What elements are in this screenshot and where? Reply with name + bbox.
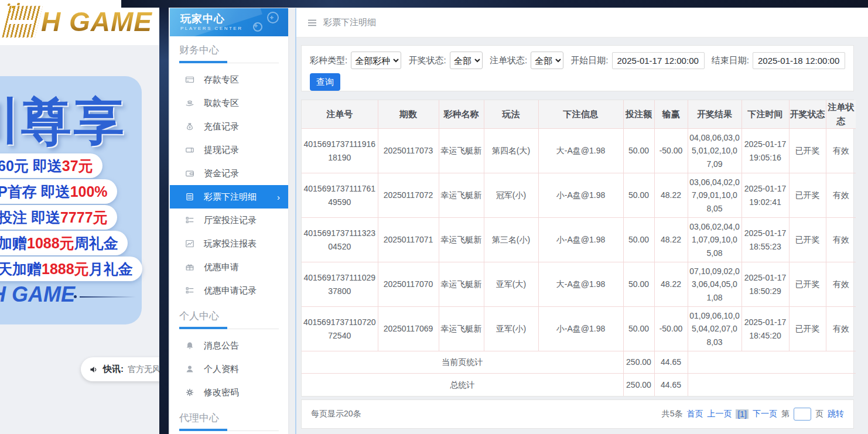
sidebar-item-recharge-record[interactable]: 充值记录 <box>170 115 288 138</box>
ticker-label: 快讯: <box>103 364 124 375</box>
col-period: 期数 <box>378 100 439 129</box>
player-center-sidebar: 玩家中心 PLAYERS CENTER 财务中心 存款专区 取款专区 充值记录 … <box>170 8 288 434</box>
query-button[interactable]: 查询 <box>310 73 340 91</box>
sidebar-item-fund-record[interactable]: 资金记录 <box>170 162 288 185</box>
col-bet-id: 注单号 <box>302 100 378 129</box>
sidebar-item-withdraw[interactable]: 取款专区 <box>170 91 288 115</box>
sidebar-subtitle: PLAYERS CENTER <box>180 26 288 31</box>
content-left-accent <box>295 8 296 434</box>
promo-pill: 投注 即送7777元 <box>0 205 117 230</box>
promo-pane: H GAME 川尊享 60元 即送37元 P首存 即送100% 投注 即送777… <box>0 0 159 434</box>
filter-bar: 彩种类型: 全部彩种 开奖状态: 全部 注单状态: 全部 开始日期: 结束日期:… <box>301 45 854 91</box>
section-underline <box>179 329 279 329</box>
hamburger-menu-icon[interactable] <box>307 18 317 28</box>
page-number-input[interactable] <box>794 408 811 421</box>
list-icon <box>185 286 194 295</box>
table-row: 40156917371119161819020250117073幸运飞艇新第四名… <box>302 129 856 173</box>
promo-pill: 天加赠1888元月礼金 <box>0 257 142 281</box>
jump-link[interactable]: 跳转 <box>828 409 844 419</box>
ticket-icon <box>185 145 194 155</box>
draw-status-label: 开奖状态: <box>408 55 446 66</box>
table-row: 40156917371113230452020250117071幸运飞艇新第三名… <box>302 218 856 262</box>
order-status-label: 注单状态: <box>490 55 527 66</box>
total-summary-winloss: 44.65 <box>654 374 688 396</box>
sidebar-item-deposit[interactable]: 存款专区 <box>170 68 288 91</box>
ticker-text: 官方无风 <box>128 364 160 375</box>
sidebar-item-profile[interactable]: 个人资料 <box>170 357 288 381</box>
sidebar-header: 玩家中心 PLAYERS CENTER <box>170 8 288 36</box>
sidebar-item-hall-bet-record[interactable]: 厅室投注记录 <box>170 209 288 232</box>
promo-title-clipped: 川 <box>0 93 21 149</box>
section-agent: 代理中心 <box>170 404 288 431</box>
draw-status-select[interactable]: 全部 <box>450 52 483 69</box>
page-summary-winloss: 44.65 <box>654 351 688 374</box>
col-bet-amount: 投注额 <box>623 100 654 129</box>
current-page-indicator: [1] <box>736 409 749 419</box>
sidebar-title: 玩家中心 <box>180 12 288 26</box>
list-icon <box>185 216 194 225</box>
person-icon <box>185 364 194 374</box>
promo-footer-dot <box>74 295 77 298</box>
sidebar-item-withdraw-record[interactable]: 提现记录 <box>170 138 288 162</box>
order-status-select[interactable]: 全部 <box>531 52 563 69</box>
section-agent-title: 代理中心 <box>179 411 279 425</box>
section-finance: 财务中心 <box>170 36 288 63</box>
next-page-link[interactable]: 下一页 <box>753 409 777 419</box>
section-personal: 个人中心 <box>170 302 288 329</box>
sidebar-item-lottery-bet-detail[interactable]: 彩票下注明细 › <box>170 185 288 209</box>
section-personal-title: 个人中心 <box>179 309 279 323</box>
page-summary-row: 当前页统计 250.00 44.65 <box>302 351 856 374</box>
start-date-input[interactable] <box>612 52 705 69</box>
personal-menu: 消息公告 个人资料 修改密码 <box>170 334 288 404</box>
col-draw-status: 开奖状态 <box>789 100 826 129</box>
promo-footer-line <box>80 296 136 298</box>
chevron-right-icon: › <box>277 192 280 202</box>
start-date-label: 开始日期: <box>570 55 608 66</box>
promo-title: 川尊享 <box>0 88 127 156</box>
lottery-type-select[interactable]: 全部彩种 <box>351 52 401 69</box>
money-bag-icon <box>185 122 194 131</box>
col-draw-result: 开奖结果 <box>688 100 741 129</box>
per-page-info: 每页显示20条 <box>311 409 361 419</box>
bell-icon <box>185 341 194 350</box>
page-title: 彩票下注明细 <box>323 17 376 28</box>
end-date-input[interactable] <box>753 52 845 69</box>
chart-icon <box>185 239 194 248</box>
sidebar-item-player-bet-report[interactable]: 玩家投注报表 <box>170 232 288 255</box>
prev-page-link[interactable]: 上一页 <box>707 409 732 419</box>
end-date-label: 结束日期: <box>712 55 749 66</box>
table-row: 40156917371110293780020250117070幸运飞艇新亚军(… <box>302 262 856 307</box>
finance-menu: 存款专区 取款专区 充值记录 提现记录 资金记录 彩票下注明细 › <box>170 68 288 302</box>
total-summary-bet: 250.00 <box>623 374 654 396</box>
promo-title-text: 尊享 <box>21 93 127 149</box>
sidebar-item-promo-apply-record[interactable]: 优惠申请记录 <box>170 279 288 302</box>
sidebar-item-announcements[interactable]: 消息公告 <box>170 334 288 357</box>
promo-pill: 加赠1088元周礼金 <box>0 231 128 255</box>
total-count: 共5条 <box>662 409 683 419</box>
page-summary-label: 当前页统计 <box>302 351 623 374</box>
bet-table-card: 注单号 期数 彩种名称 玩法 下注信息 投注额 输赢 开奖结果 下注时间 开奖状… <box>301 100 854 397</box>
first-page-link[interactable]: 首页 <box>686 409 703 419</box>
logo-stripes-icon <box>2 6 42 37</box>
page-jump-suffix: 页 <box>815 409 823 419</box>
page-summary-bet: 250.00 <box>623 351 654 374</box>
section-underline <box>179 63 279 63</box>
promo-footer-logo: H GAME <box>0 282 75 307</box>
speaker-icon <box>89 365 99 374</box>
total-summary-row: 总统计 250.00 44.65 <box>302 374 856 396</box>
section-finance-title: 财务中心 <box>179 43 279 57</box>
bet-table: 注单号 期数 彩种名称 玩法 下注信息 投注额 输赢 开奖结果 下注时间 开奖状… <box>302 100 856 396</box>
sidebar-item-change-password[interactable]: 修改密码 <box>170 381 288 404</box>
col-winloss: 输赢 <box>654 100 688 129</box>
lottery-type-label: 彩种类型: <box>310 55 347 66</box>
col-bet-time: 下注时间 <box>741 100 789 129</box>
bank-card-icon <box>185 75 194 84</box>
logo-text: H GAME <box>41 6 152 37</box>
pagination-bar: 每页显示20条 共5条 首页 上一页 [1] 下一页 第 页 跳转 <box>301 399 854 429</box>
col-lottery-name: 彩种名称 <box>439 100 484 129</box>
table-row: 40156917371117614959020250117072幸运飞艇新冠军(… <box>302 173 856 218</box>
total-summary-label: 总统计 <box>302 374 623 396</box>
sidebar-item-promo-apply[interactable]: 优惠申请 <box>170 255 288 279</box>
document-icon <box>185 192 194 201</box>
col-order-status: 注单状态 <box>826 100 856 129</box>
